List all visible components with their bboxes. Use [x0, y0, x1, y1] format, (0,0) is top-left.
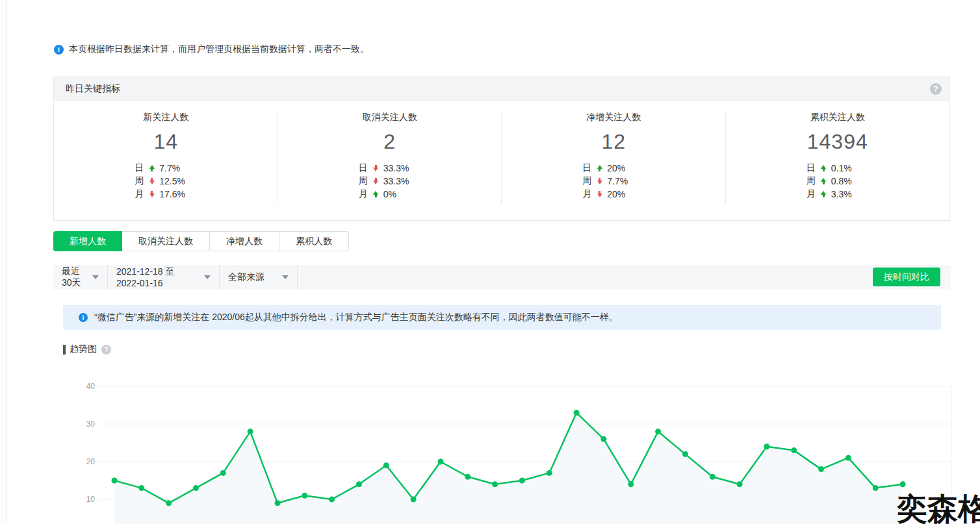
range-dropdown[interactable]: 最近30天 — [53, 265, 108, 290]
arrow-up-icon — [821, 178, 827, 184]
metric-card-2: 取消关注人数2日33.3%周33.3%月0% — [278, 101, 502, 221]
panel-title: 昨日关键指标 — [66, 83, 930, 95]
metric-trend-row: 周33.3% — [359, 175, 421, 188]
metric-value: 2 — [278, 129, 502, 155]
help-icon[interactable]: ? — [101, 345, 111, 355]
metric-rows: 日20%周7.7%月20% — [582, 162, 645, 201]
arrow-up-icon — [597, 165, 602, 171]
percent-value: 33.3% — [383, 163, 409, 173]
page-left-gutter — [0, 0, 7, 524]
yesterday-metrics-panel: 昨日关键指标 ? 新关注人数14日7.7%周12.5%月17.6%取消关注人数2… — [53, 77, 950, 221]
period-label: 周 — [359, 175, 373, 187]
metrics-row: 新关注人数14日7.7%周12.5%月17.6%取消关注人数2日33.3%周33… — [54, 101, 949, 221]
period-label: 日 — [359, 162, 373, 174]
percent-value: 20% — [607, 163, 625, 173]
top-note-text: 本页根据昨日数据来计算，而用户管理页根据当前数据计算，两者不一致。 — [69, 44, 369, 55]
period-label: 月 — [359, 188, 373, 200]
metric-trend-row: 周0.8% — [806, 175, 869, 188]
percent-value: 7.7% — [159, 163, 180, 173]
date-range-dropdown[interactable]: 2021-12-18 至 2022-01-16 — [108, 265, 220, 290]
metric-trend-row: 月0% — [359, 188, 421, 201]
percent-value: 17.6% — [159, 189, 185, 199]
trend-title-text: 趋势图 — [70, 343, 97, 355]
filter-strip: 最近30天 2021-12-18 至 2022-01-16 全部来源 按时间对比 — [53, 265, 951, 290]
tab-4[interactable]: 累积人数 — [279, 231, 349, 251]
trend-chart-svg[interactable]: 10203040 — [84, 371, 958, 524]
title-marker — [63, 345, 66, 355]
metric-rows: 日0.1%周0.8%月3.3% — [806, 162, 869, 201]
metric-label: 净增关注人数 — [502, 112, 726, 123]
tab-2[interactable]: 取消关注人数 — [122, 231, 210, 251]
arrow-down-icon — [149, 191, 155, 197]
metric-tabs: 新增人数取消关注人数净增人数累积人数 — [53, 231, 349, 251]
help-icon[interactable]: ? — [930, 83, 942, 95]
metric-trend-row: 周7.7% — [582, 175, 645, 188]
arrow-up-icon — [373, 191, 379, 197]
metric-value: 12 — [502, 129, 726, 155]
metric-card-4: 累积关注人数14394日0.1%周0.8%月3.3% — [726, 101, 950, 221]
trend-chart[interactable]: 10203040 — [84, 371, 958, 524]
metric-label: 取消关注人数 — [278, 112, 502, 123]
top-note: i 本页根据昨日数据来计算，而用户管理页根据当前数据计算，两者不一致。 — [54, 43, 369, 56]
wechat-ad-banner: i “微信广告”来源的新增关注在 2020/06起从其他中拆分给出，计算方式与广… — [63, 305, 941, 330]
period-label: 月 — [806, 188, 821, 200]
banner-text: “微信广告”来源的新增关注在 2020/06起从其他中拆分给出，计算方式与广告主… — [94, 312, 618, 323]
arrow-up-icon — [149, 165, 155, 171]
arrow-down-icon — [597, 178, 602, 184]
metric-trend-row: 周12.5% — [135, 175, 197, 188]
metric-value: 14394 — [726, 129, 950, 155]
svg-text:40: 40 — [86, 382, 96, 391]
percent-value: 12.5% — [159, 176, 185, 186]
chevron-down-icon — [92, 275, 99, 279]
percent-value: 3.3% — [831, 189, 852, 199]
arrow-up-icon — [821, 165, 827, 171]
source-dropdown-label: 全部来源 — [228, 271, 264, 283]
metric-trend-row: 日0.1% — [806, 162, 869, 175]
tab-3[interactable]: 净增人数 — [210, 231, 279, 251]
period-label: 日 — [806, 162, 821, 174]
metric-rows: 日33.3%周33.3%月0% — [359, 162, 421, 201]
period-label: 周 — [135, 175, 149, 187]
arrow-down-icon — [373, 178, 379, 184]
info-icon: i — [79, 313, 88, 322]
info-icon: i — [54, 45, 64, 55]
period-label: 月 — [135, 188, 149, 200]
panel-header: 昨日关键指标 ? — [54, 77, 949, 101]
svg-text:10: 10 — [86, 495, 96, 504]
period-label: 月 — [582, 188, 597, 200]
chevron-down-icon — [282, 275, 289, 279]
percent-value: 0.1% — [831, 163, 852, 173]
period-label: 日 — [135, 162, 149, 174]
period-label: 周 — [806, 175, 821, 187]
period-label: 日 — [582, 162, 597, 174]
arrow-down-icon — [149, 178, 155, 184]
tab-1[interactable]: 新增人数 — [53, 231, 122, 251]
source-dropdown[interactable]: 全部来源 — [220, 265, 298, 290]
metric-trend-row: 月20% — [582, 188, 645, 201]
range-dropdown-label: 最近30天 — [62, 266, 83, 289]
percent-value: 20% — [607, 189, 625, 199]
metric-label: 累积关注人数 — [726, 112, 950, 123]
arrow-down-icon — [373, 165, 379, 171]
arrow-up-icon — [821, 191, 827, 197]
metric-trend-row: 日33.3% — [359, 162, 421, 175]
compare-by-time-button[interactable]: 按时间对比 — [873, 268, 940, 286]
followers-analytics-page: i 本页根据昨日数据来计算，而用户管理页根据当前数据计算，两者不一致。 昨日关键… — [0, 0, 980, 524]
metric-trend-row: 日7.7% — [135, 162, 197, 175]
percent-value: 0.8% — [831, 176, 852, 186]
metric-trend-row: 日20% — [582, 162, 645, 175]
metric-rows: 日7.7%周12.5%月17.6% — [135, 162, 197, 201]
metric-trend-row: 月17.6% — [135, 188, 197, 201]
metric-card-1: 新关注人数14日7.7%周12.5%月17.6% — [54, 101, 278, 221]
period-label: 周 — [582, 175, 597, 187]
svg-text:30: 30 — [86, 419, 96, 429]
percent-value: 7.7% — [607, 176, 628, 186]
metric-label: 新关注人数 — [54, 112, 278, 123]
arrow-down-icon — [597, 191, 602, 197]
svg-text:20: 20 — [86, 457, 96, 466]
percent-value: 0% — [383, 189, 396, 199]
date-range-label: 2021-12-18 至 2022-01-16 — [116, 266, 200, 288]
chevron-down-icon — [204, 275, 211, 279]
metric-trend-row: 月3.3% — [806, 188, 869, 201]
percent-value: 33.3% — [383, 176, 409, 186]
